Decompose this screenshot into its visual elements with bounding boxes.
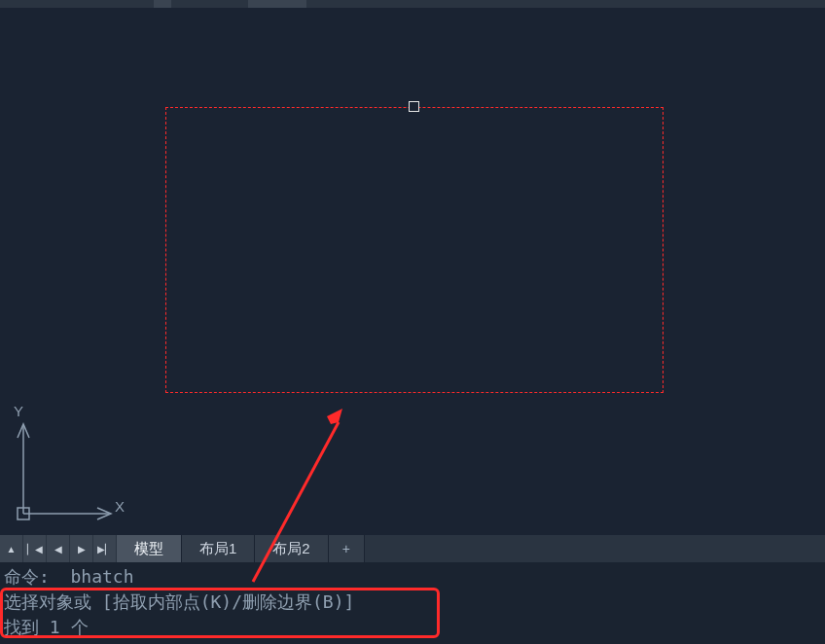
- tab-last-button[interactable]: ▶▏: [93, 535, 117, 562]
- tab-scroll-up-button[interactable]: ▲: [0, 535, 23, 562]
- top-bar-segment: [154, 0, 171, 8]
- tab-layout2[interactable]: 布局2: [255, 535, 328, 562]
- layout-tab-bar: ▲ ▏◀ ◀ ▶ ▶▏ 模型 布局1 布局2 +: [0, 535, 825, 562]
- svg-rect-2: [18, 508, 29, 519]
- selection-grip[interactable]: [409, 101, 419, 112]
- tab-prev-button[interactable]: ◀: [47, 535, 70, 562]
- command-line-3: 找到 1 个: [4, 615, 821, 640]
- command-panel[interactable]: 命令: bhatch 选择对象或 [拾取内部点(K)/删除边界(B)] 找到 1…: [0, 562, 825, 644]
- command-line-1: 命令: bhatch: [4, 564, 821, 590]
- drawing-canvas[interactable]: Y X: [0, 8, 825, 535]
- tab-layout1[interactable]: 布局1: [182, 535, 255, 562]
- tab-add-button[interactable]: +: [329, 535, 365, 562]
- command-line-2: 选择对象或 [拾取内部点(K)/删除边界(B)]: [4, 590, 821, 615]
- ucs-x-label: X: [115, 498, 125, 515]
- app-top-bar: [0, 0, 825, 8]
- tab-next-button[interactable]: ▶: [70, 535, 93, 562]
- selection-rectangle[interactable]: [165, 107, 664, 393]
- ucs-y-label: Y: [14, 403, 23, 419]
- command-prompt-label: 命令:: [4, 566, 71, 587]
- command-name: bhatch: [71, 566, 134, 587]
- tab-model[interactable]: 模型: [117, 535, 182, 562]
- top-bar-segment: [248, 0, 306, 8]
- ucs-icon: Y X: [12, 409, 128, 525]
- tab-first-button[interactable]: ▏◀: [23, 535, 47, 562]
